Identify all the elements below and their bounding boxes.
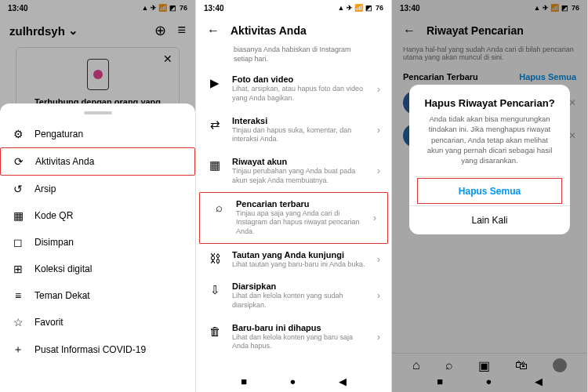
status-time: 13:40 — [204, 4, 224, 13]
menu-icon: ☆ — [11, 316, 25, 328]
item-title: Foto dan video — [232, 74, 368, 84]
menu-icon: ↺ — [11, 183, 25, 195]
menu-icon: ＋ — [11, 343, 25, 357]
chevron-right-icon: › — [377, 84, 380, 95]
item-subtitle: Tinjau apa saja yang Anda cari di Instag… — [236, 209, 364, 237]
menu-item-arsip[interactable]: ↺Arsip — [0, 176, 195, 202]
menu-label: Kode QR — [34, 210, 73, 221]
item-icon: 🗑 — [207, 325, 223, 338]
item-icon: ⌕ — [211, 201, 227, 214]
item-icon: ⇩ — [207, 283, 223, 297]
chevron-right-icon: › — [377, 332, 380, 343]
panel-profile-menu: 13:40 ▲ ✈ 📶 ◩76 zulhrdsyh ⌄ ⊕ ≡ ✕ Terhub… — [0, 0, 196, 392]
dialog-confirm-button[interactable]: Hapus Semua — [416, 176, 564, 205]
panel-activity: 13:40 ▲ ✈ 📶 ◩76 ← Aktivitas Anda biasany… — [196, 0, 392, 392]
confirm-dialog: Hapus Riwayat Pencarian? Anda tidak akan… — [409, 85, 570, 234]
item-icon: ▶ — [207, 76, 223, 90]
android-nav: ■ ● ◀ — [196, 376, 391, 387]
item-icon: ⇄ — [207, 118, 223, 132]
menu-label: Disimpan — [34, 237, 74, 248]
activity-item[interactable]: ▦Riwayat akunTinjau perubahan yang Anda … — [196, 151, 391, 191]
nav-recent[interactable]: ■ — [241, 376, 247, 387]
activity-subtitle: biasanya Anda habiskan di Instagram seti… — [196, 45, 391, 68]
nav-back[interactable]: ◀ — [339, 376, 347, 387]
menu-item-favorit[interactable]: ☆Favorit — [0, 309, 195, 336]
activity-item[interactable]: 🗑Baru-baru ini dihapusLihat dan kelola k… — [196, 317, 391, 358]
menu-item-teman-dekat[interactable]: ≡Teman Dekat — [0, 282, 195, 309]
menu-label: Pusat Informasi COVID-19 — [34, 344, 146, 355]
item-subtitle: Lihat dan kelola konten yang sudah diars… — [232, 292, 368, 310]
sheet-grip[interactable] — [84, 111, 112, 114]
menu-item-pusat-informasi-covid-19[interactable]: ＋Pusat Informasi COVID-19 — [0, 336, 195, 364]
menu-icon: ⚙ — [11, 128, 25, 140]
bottom-sheet: ⚙Pengaturan⟳Aktivitas Anda↺Arsip▦Kode QR… — [0, 103, 195, 392]
dialog-body: Anda tidak akan bisa mengurungkan tindak… — [409, 114, 570, 176]
chevron-right-icon: › — [377, 290, 380, 301]
activity-header: ← Aktivitas Anda — [196, 16, 391, 45]
activity-item[interactable]: ⇄InteraksiTinjau dan hapus suka, komenta… — [196, 110, 391, 151]
item-title: Pencarian terbaru — [236, 199, 364, 209]
menu-item-aktivitas-anda[interactable]: ⟳Aktivitas Anda — [0, 147, 195, 176]
menu-label: Favorit — [34, 317, 64, 328]
chevron-right-icon: › — [377, 165, 380, 176]
item-title: Tautan yang Anda kunjungi — [232, 250, 368, 260]
menu-icon: ≡ — [11, 289, 25, 302]
chevron-right-icon: › — [377, 254, 380, 265]
panel-search-history: 13:40 ▲ ✈ 📶 ◩76 ← Riwayat Pencarian Hany… — [392, 0, 588, 392]
back-icon[interactable]: ← — [207, 24, 220, 38]
menu-icon: ◻ — [11, 236, 25, 249]
menu-item-koleksi-digital[interactable]: ⊞Koleksi digital — [0, 256, 195, 282]
menu-item-pengaturan[interactable]: ⚙Pengaturan — [0, 121, 195, 147]
dialog-cancel-button[interactable]: Lain Kali — [409, 205, 570, 234]
status-bar: 13:40 ▲ ✈ 📶 ◩76 — [196, 0, 391, 16]
item-title: Interaksi — [232, 116, 368, 125]
activity-item[interactable]: ⌕Pencarian terbaruTinjau apa saja yang A… — [199, 192, 388, 244]
item-title: Baru-baru ini dihapus — [232, 323, 368, 332]
menu-label: Pengaturan — [34, 129, 83, 140]
item-subtitle: Lihat, arsipkan, atau hapus foto dan vid… — [232, 85, 368, 103]
menu-label: Koleksi digital — [34, 263, 92, 274]
chevron-right-icon: › — [377, 125, 380, 136]
item-subtitle: Lihat tautan yang baru-baru ini Anda buk… — [232, 260, 368, 270]
item-subtitle: Lihat dan kelola konten yang baru saja A… — [232, 333, 368, 351]
nav-home[interactable]: ● — [289, 376, 296, 387]
item-subtitle: Tinjau perubahan yang Anda buat pada aku… — [232, 167, 368, 185]
item-title: Diarsipkan — [232, 281, 368, 291]
menu-icon: ⟳ — [12, 155, 26, 168]
item-icon: ⛓ — [207, 252, 223, 265]
page-title: Aktivitas Anda — [230, 24, 307, 37]
dialog-title: Hapus Riwayat Pencarian? — [409, 85, 570, 114]
status-icons: ▲ ✈ 📶 ◩76 — [338, 4, 383, 12]
chevron-right-icon: › — [373, 212, 376, 223]
activity-item[interactable]: ⇩DiarsipkanLihat dan kelola konten yang … — [196, 275, 391, 316]
menu-icon: ▦ — [11, 209, 25, 222]
item-title: Riwayat akun — [232, 157, 368, 166]
activity-item[interactable]: ⛓Tautan yang Anda kunjungiLihat tautan y… — [196, 244, 391, 276]
menu-item-disimpan[interactable]: ◻Disimpan — [0, 229, 195, 256]
menu-item-kode-qr[interactable]: ▦Kode QR — [0, 202, 195, 229]
menu-icon: ⊞ — [11, 263, 25, 275]
item-subtitle: Tinjau dan hapus suka, komentar, dan int… — [232, 126, 368, 144]
item-icon: ▦ — [207, 158, 223, 172]
menu-label: Arsip — [34, 183, 56, 194]
menu-label: Teman Dekat — [34, 290, 90, 301]
menu-label: Aktivitas Anda — [35, 156, 94, 167]
activity-item[interactable]: ▶Foto dan videoLihat, arsipkan, atau hap… — [196, 68, 391, 109]
